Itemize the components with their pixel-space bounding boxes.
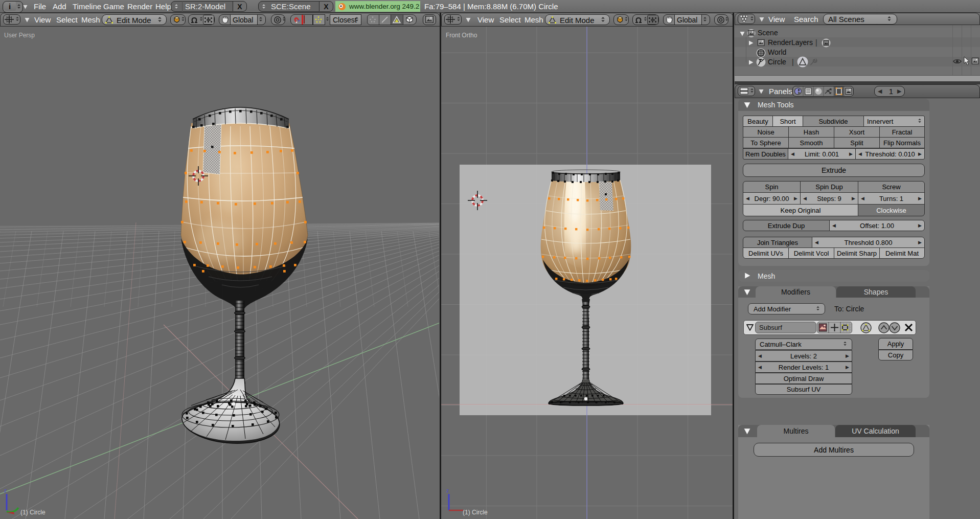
svg-text:(1) Circle: (1) Circle — [20, 509, 45, 516]
svg-text:z: z — [446, 488, 449, 493]
svg-text:(1) Circle: (1) Circle — [463, 509, 488, 516]
svg-text:User Persp: User Persp — [4, 32, 35, 39]
svg-text:Front Ortho: Front Ortho — [446, 32, 477, 39]
svg-text:z: z — [4, 488, 7, 493]
